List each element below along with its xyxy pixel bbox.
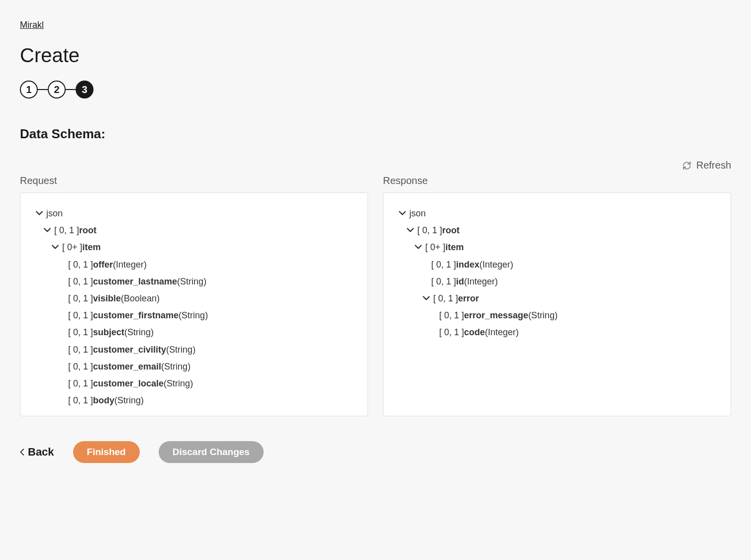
chevron-left-icon: [20, 449, 25, 456]
refresh-button[interactable]: Refresh: [682, 160, 731, 171]
tree-node[interactable]: [ 0, 1 ] body (String): [34, 392, 354, 409]
tree-field-name: index: [456, 256, 479, 273]
tree-cardinality: [ 0, 1 ]: [439, 324, 464, 341]
tree-cardinality: [ 0, 1 ]: [68, 256, 93, 273]
tree-cardinality: [ 0, 1 ]: [68, 324, 93, 341]
refresh-icon: [682, 161, 691, 170]
tree-field-type: (String): [161, 358, 190, 375]
chevron-down-icon[interactable]: [397, 208, 407, 218]
tree-field-type: (Integer): [479, 256, 513, 273]
tree-cardinality: [ 0, 1 ]: [68, 392, 93, 409]
tree-node[interactable]: [ 0, 1 ] root: [397, 222, 717, 239]
tree-cardinality: [ 0, 1 ]: [54, 222, 79, 239]
tree-node[interactable]: [ 0, 1 ] code (Integer): [397, 324, 717, 341]
tree-cardinality: [ 0, 1 ]: [439, 307, 464, 324]
tree-field-type: (Boolean): [121, 290, 160, 307]
tree-field-name: customer_locale: [93, 375, 164, 392]
tree-field-name: customer_firstname: [93, 307, 179, 324]
tree-field-type: (Integer): [113, 256, 147, 273]
tree-cardinality: [ 0+ ]: [425, 239, 446, 256]
tree-node[interactable]: [ 0, 1 ] visible (Boolean): [34, 290, 354, 307]
tree-cardinality: [ 0, 1 ]: [431, 273, 456, 290]
response-panel: json[ 0, 1 ] root[ 0+ ] item[ 0, 1 ] ind…: [383, 192, 731, 416]
tree-field-name: subject: [93, 324, 124, 341]
tree-cardinality: [ 0, 1 ]: [417, 222, 442, 239]
tree-node[interactable]: [ 0, 1 ] customer_lastname (String): [34, 273, 354, 290]
section-title: Data Schema:: [20, 126, 731, 142]
tree-cardinality: [ 0, 1 ]: [68, 307, 93, 324]
tree-field-type: (String): [528, 307, 558, 324]
tree-field-type: (String): [179, 307, 208, 324]
tree-node[interactable]: json: [34, 205, 354, 222]
tree-node[interactable]: [ 0, 1 ] id (Integer): [397, 273, 717, 290]
tree-field-type: (String): [166, 341, 195, 358]
tree-cardinality: [ 0, 1 ]: [68, 290, 93, 307]
step-connector: [38, 89, 48, 90]
tree-node[interactable]: [ 0, 1 ] offer (Integer): [34, 256, 354, 273]
tree-field-name: visible: [93, 290, 121, 307]
step-connector: [66, 89, 76, 90]
discard-button[interactable]: Discard Changes: [159, 441, 264, 463]
step-2[interactable]: 2: [48, 81, 66, 98]
tree-cardinality: [ 0, 1 ]: [68, 341, 93, 358]
chevron-down-icon[interactable]: [34, 208, 44, 218]
tree-node[interactable]: [ 0, 1 ] subject (String): [34, 324, 354, 341]
back-label: Back: [28, 446, 54, 459]
tree-node[interactable]: [ 0, 1 ] error_message (String): [397, 307, 717, 324]
chevron-down-icon[interactable]: [50, 242, 60, 252]
tree-field-type: (Integer): [485, 324, 519, 341]
tree-field-name: json: [409, 205, 426, 222]
tree-node[interactable]: [ 0, 1 ] root: [34, 222, 354, 239]
tree-node[interactable]: [ 0+ ] item: [34, 239, 354, 256]
chevron-down-icon[interactable]: [405, 225, 415, 235]
tree-field-name: error: [458, 290, 479, 307]
tree-cardinality: [ 0, 1 ]: [431, 256, 456, 273]
tree-field-name: root: [79, 222, 96, 239]
request-panel-label: Request: [20, 175, 368, 187]
tree-node[interactable]: [ 0, 1 ] error: [397, 290, 717, 307]
tree-field-name: customer_civility: [93, 341, 166, 358]
tree-field-type: (String): [114, 392, 144, 409]
tree-node[interactable]: [ 0, 1 ] customer_civility (String): [34, 341, 354, 358]
tree-field-name: item: [83, 239, 101, 256]
tree-node[interactable]: json: [397, 205, 717, 222]
step-1[interactable]: 1: [20, 81, 38, 98]
tree-field-name: body: [93, 392, 114, 409]
tree-field-name: item: [446, 239, 464, 256]
request-panel: json[ 0, 1 ] root[ 0+ ] item[ 0, 1 ] off…: [20, 192, 368, 416]
request-tree: json[ 0, 1 ] root[ 0+ ] item[ 0, 1 ] off…: [20, 193, 368, 416]
tree-field-name: offer: [93, 256, 113, 273]
response-tree: json[ 0, 1 ] root[ 0+ ] item[ 0, 1 ] ind…: [383, 193, 731, 416]
tree-field-name: root: [442, 222, 460, 239]
chevron-down-icon[interactable]: [42, 225, 52, 235]
tree-field-name: json: [46, 205, 63, 222]
tree-cardinality: [ 0, 1 ]: [433, 290, 458, 307]
tree-node[interactable]: [ 0, 1 ] customer_email (String): [34, 358, 354, 375]
tree-field-type: (String): [164, 375, 193, 392]
chevron-down-icon[interactable]: [421, 293, 431, 303]
step-3[interactable]: 3: [76, 81, 94, 98]
finished-button[interactable]: Finished: [73, 441, 140, 463]
tree-node[interactable]: [ 0, 1 ] index (Integer): [397, 256, 717, 273]
tree-field-name: customer_email: [93, 358, 161, 375]
chevron-down-icon[interactable]: [413, 242, 423, 252]
page-title: Create: [20, 44, 731, 67]
breadcrumb-link[interactable]: Mirakl: [20, 20, 44, 30]
tree-node[interactable]: [ 0, 1 ] customer_firstname (String): [34, 307, 354, 324]
tree-cardinality: [ 0, 1 ]: [68, 273, 93, 290]
tree-cardinality: [ 0, 1 ]: [68, 358, 93, 375]
tree-field-name: customer_lastname: [93, 273, 177, 290]
tree-field-type: (String): [124, 324, 154, 341]
back-button[interactable]: Back: [20, 446, 54, 459]
tree-field-name: error_message: [464, 307, 528, 324]
tree-node[interactable]: [ 0+ ] item: [397, 239, 717, 256]
tree-node[interactable]: [ 0, 1 ] customer_locale (String): [34, 375, 354, 392]
tree-cardinality: [ 0+ ]: [62, 239, 83, 256]
tree-field-type: (Integer): [464, 273, 498, 290]
tree-cardinality: [ 0, 1 ]: [68, 375, 93, 392]
tree-field-name: id: [456, 273, 464, 290]
stepper: 123: [20, 81, 731, 98]
tree-field-name: code: [464, 324, 485, 341]
refresh-label: Refresh: [696, 160, 731, 171]
tree-field-type: (String): [177, 273, 206, 290]
